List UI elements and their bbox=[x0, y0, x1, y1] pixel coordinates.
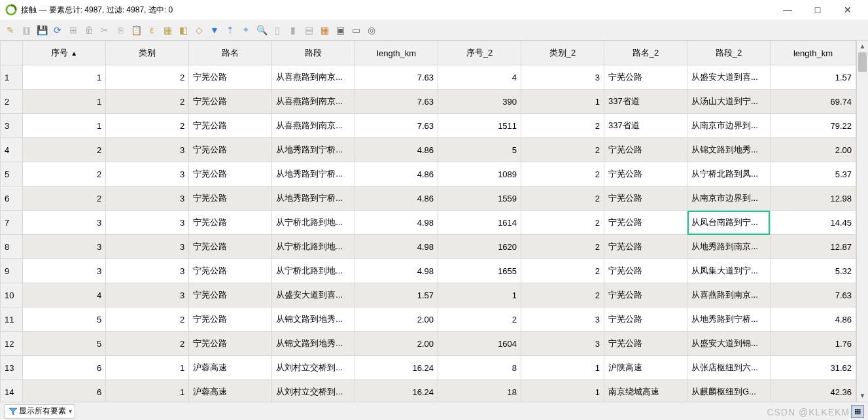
cell-lb2[interactable]: 2 bbox=[521, 259, 604, 283]
row-header[interactable]: 13 bbox=[1, 356, 23, 380]
col-header-lm[interactable]: 路名 bbox=[189, 41, 272, 65]
cell-len2[interactable]: 79.22 bbox=[770, 114, 856, 138]
cell-lb2[interactable]: 1 bbox=[521, 90, 604, 114]
cell-len2[interactable]: 5.37 bbox=[770, 162, 856, 186]
cell-lb2[interactable]: 2 bbox=[521, 283, 604, 307]
row-header[interactable]: 6 bbox=[1, 186, 23, 211]
filter-dropdown[interactable]: 显示所有要素 ▾ bbox=[4, 404, 75, 419]
cell-lm[interactable]: 宁芜公路 bbox=[189, 186, 272, 211]
cell-lb2[interactable]: 2 bbox=[521, 211, 604, 235]
table-row[interactable]: 1043宁芜公路从盛安大道到喜...1.5712宁芜公路从喜燕路到南京...7.… bbox=[1, 283, 856, 307]
cell-lm[interactable]: 宁芜公路 bbox=[189, 138, 272, 162]
cell-ld[interactable]: 从刘村立交桥到... bbox=[272, 356, 355, 380]
col-header-len2[interactable]: length_km bbox=[770, 41, 856, 65]
cell-len2[interactable]: 42.36 bbox=[770, 380, 856, 402]
form-view-toggle[interactable]: ▦ bbox=[851, 405, 864, 418]
cell-ld2[interactable]: 从宁桥北路到凤... bbox=[687, 162, 771, 186]
cell-xh2[interactable]: 1655 bbox=[438, 259, 521, 283]
cell-lm2[interactable]: 宁芜公路 bbox=[604, 162, 687, 186]
row-header[interactable]: 9 bbox=[1, 259, 23, 283]
cell-lm[interactable]: 宁芜公路 bbox=[189, 162, 272, 186]
calculator-icon[interactable]: ▤ bbox=[302, 24, 315, 37]
table-row[interactable]: 623宁芜公路从地秀路到宁桥...4.8615592宁芜公路从南京市边界到...… bbox=[1, 186, 856, 211]
paste-icon[interactable]: 📋 bbox=[130, 24, 143, 37]
cell-ld2[interactable]: 从南京市边界到... bbox=[687, 114, 771, 138]
cell-lb[interactable]: 2 bbox=[106, 65, 189, 90]
row-header[interactable]: 11 bbox=[1, 307, 23, 332]
cell-xh2[interactable]: 8 bbox=[438, 356, 521, 380]
cell-len[interactable]: 4.98 bbox=[355, 211, 438, 235]
move-top-icon[interactable]: ⇡ bbox=[224, 24, 237, 37]
cell-xh2[interactable]: 5 bbox=[438, 138, 521, 162]
cell-ld2[interactable]: 从盛安大道到喜... bbox=[687, 65, 771, 90]
cell-ld[interactable]: 从宁桥北路到地... bbox=[272, 259, 355, 283]
table-row[interactable]: 523宁芜公路从地秀路到宁桥...4.8610892宁芜公路从宁桥北路到凤...… bbox=[1, 162, 856, 186]
cell-len[interactable]: 16.24 bbox=[355, 356, 438, 380]
cell-ld2[interactable]: 从喜燕路到南京... bbox=[687, 283, 771, 307]
cell-len[interactable]: 7.63 bbox=[355, 114, 438, 138]
cell-xh[interactable]: 1 bbox=[23, 65, 106, 90]
cell-len[interactable]: 4.98 bbox=[355, 235, 438, 259]
cell-len[interactable]: 16.24 bbox=[355, 380, 438, 402]
cell-len[interactable]: 4.98 bbox=[355, 259, 438, 283]
cell-lb[interactable]: 3 bbox=[106, 259, 189, 283]
cell-lb2[interactable]: 2 bbox=[521, 235, 604, 259]
cell-lm[interactable]: 宁芜公路 bbox=[189, 65, 272, 90]
cell-lb2[interactable]: 3 bbox=[521, 307, 604, 332]
cell-xh2[interactable]: 1559 bbox=[438, 186, 521, 211]
cell-ld[interactable]: 从喜燕路到南京... bbox=[272, 90, 355, 114]
cell-lm[interactable]: 沪蓉高速 bbox=[189, 380, 272, 402]
cell-len2[interactable]: 12.98 bbox=[770, 186, 856, 211]
cell-xh2[interactable]: 1 bbox=[438, 283, 521, 307]
row-header[interactable]: 4 bbox=[1, 138, 23, 162]
cell-xh2[interactable]: 2 bbox=[438, 307, 521, 332]
cell-lb2[interactable]: 2 bbox=[521, 162, 604, 186]
cell-lm2[interactable]: 337省道 bbox=[604, 114, 687, 138]
cell-ld2[interactable]: 从张店枢纽到六... bbox=[687, 356, 771, 380]
cell-ld2[interactable]: 从盛安大道到锦... bbox=[687, 332, 771, 356]
cell-lb2[interactable]: 2 bbox=[521, 138, 604, 162]
cell-lb[interactable]: 3 bbox=[106, 186, 189, 211]
cell-xh[interactable]: 3 bbox=[23, 259, 106, 283]
cell-xh2[interactable]: 1620 bbox=[438, 235, 521, 259]
cell-xh[interactable]: 3 bbox=[23, 235, 106, 259]
cell-lb2[interactable]: 3 bbox=[521, 65, 604, 90]
cell-lb[interactable]: 2 bbox=[106, 332, 189, 356]
select-all-icon[interactable]: ▦ bbox=[161, 24, 174, 37]
conditional-format-icon[interactable]: ▦ bbox=[318, 24, 331, 37]
cell-lb[interactable]: 2 bbox=[106, 90, 189, 114]
cell-xh2[interactable]: 1604 bbox=[438, 332, 521, 356]
cell-ld2[interactable]: 从锦文路到地秀... bbox=[687, 138, 771, 162]
cell-xh2[interactable]: 1614 bbox=[438, 211, 521, 235]
cell-lm[interactable]: 宁芜公路 bbox=[189, 114, 272, 138]
cell-lb2[interactable]: 2 bbox=[521, 114, 604, 138]
cell-len2[interactable]: 12.87 bbox=[770, 235, 856, 259]
cell-lm[interactable]: 宁芜公路 bbox=[189, 235, 272, 259]
cell-len[interactable]: 1.57 bbox=[355, 283, 438, 307]
cell-ld[interactable]: 从地秀路到宁桥... bbox=[272, 162, 355, 186]
cell-lb2[interactable]: 1 bbox=[521, 380, 604, 402]
cell-len2[interactable]: 2.00 bbox=[770, 138, 856, 162]
cell-lm2[interactable]: 宁芜公路 bbox=[604, 138, 687, 162]
cell-xh2[interactable]: 18 bbox=[438, 380, 521, 402]
cell-len[interactable]: 4.86 bbox=[355, 162, 438, 186]
attribute-table[interactable]: 序号▲ 类别 路名 路段 length_km 序号_2 类别_2 路名_2 路段… bbox=[0, 41, 856, 402]
pan-to-icon[interactable]: ⌖ bbox=[239, 24, 252, 37]
cell-ld[interactable]: 从锦文路到地秀... bbox=[272, 332, 355, 356]
cell-xh[interactable]: 5 bbox=[23, 307, 106, 332]
pencil-icon[interactable]: ✎ bbox=[4, 24, 17, 37]
table-row[interactable]: 933宁芜公路从宁桥北路到地...4.9816552宁芜公路从凤集大道到宁...… bbox=[1, 259, 856, 283]
cell-ld[interactable]: 从盛安大道到喜... bbox=[272, 283, 355, 307]
table-row[interactable]: 423宁芜公路从地秀路到宁桥...4.8652宁芜公路从锦文路到地秀...2.0… bbox=[1, 138, 856, 162]
zoom-to-icon[interactable]: 🔍 bbox=[255, 24, 268, 37]
cell-xh[interactable]: 3 bbox=[23, 211, 106, 235]
cut-icon[interactable]: ✂ bbox=[98, 24, 111, 37]
cell-lb2[interactable]: 1 bbox=[521, 356, 604, 380]
cell-ld2[interactable]: 从麒麟枢纽到G... bbox=[687, 380, 771, 402]
cell-lb[interactable]: 3 bbox=[106, 138, 189, 162]
col-header-lb[interactable]: 类别 bbox=[106, 41, 189, 65]
cell-ld2[interactable]: 从凤集大道到宁... bbox=[687, 259, 771, 283]
cell-ld[interactable]: 从宁桥北路到地... bbox=[272, 211, 355, 235]
cell-ld2[interactable]: 从汤山大道到宁... bbox=[687, 90, 771, 114]
cell-lb[interactable]: 1 bbox=[106, 356, 189, 380]
